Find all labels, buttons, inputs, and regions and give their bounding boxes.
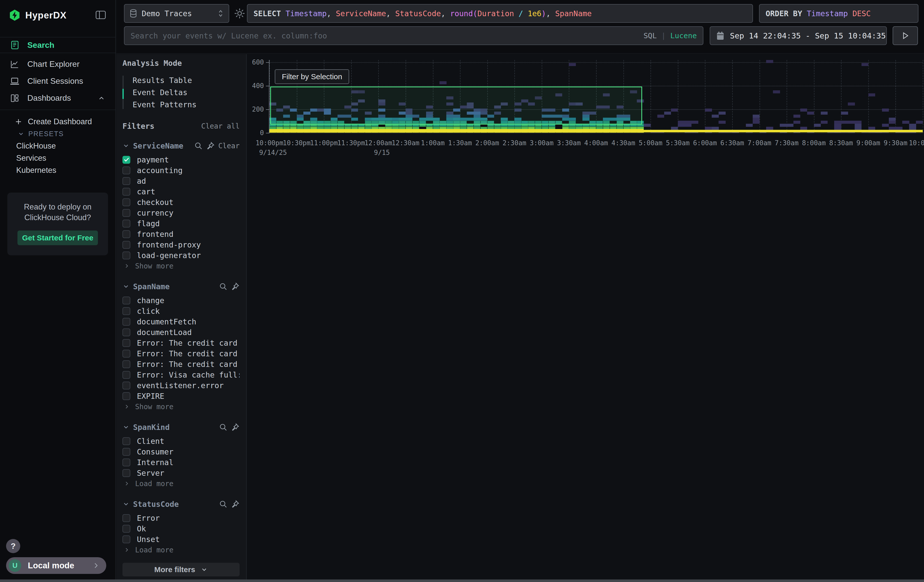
show-more-button[interactable]: Show more	[122, 260, 239, 271]
checkbox[interactable]	[122, 307, 130, 315]
pin-icon[interactable]	[231, 282, 239, 291]
checkbox[interactable]	[122, 297, 130, 304]
filter-option-ok[interactable]: Ok	[122, 523, 239, 534]
filter-option-currency[interactable]: currency	[122, 208, 239, 218]
checkbox[interactable]	[122, 339, 130, 347]
checkbox[interactable]	[122, 350, 130, 358]
search-icon[interactable]	[219, 282, 228, 291]
filter-option-change[interactable]: change	[122, 295, 239, 306]
checkbox[interactable]	[122, 360, 130, 368]
checkbox[interactable]	[122, 241, 130, 249]
user-menu[interactable]: U Local mode	[6, 557, 106, 574]
filter-option-eventlistener-error[interactable]: eventListener.error	[122, 380, 239, 391]
filter-option-consumer[interactable]: Consumer	[122, 446, 239, 457]
checkbox[interactable]	[122, 318, 130, 326]
checkbox[interactable]	[122, 167, 130, 174]
chevron-down-icon[interactable]	[122, 142, 130, 149]
checkbox[interactable]	[122, 382, 130, 389]
filter-option-client[interactable]: Client	[122, 436, 239, 446]
sidebar-item-client-sessions[interactable]: Client Sessions	[0, 73, 116, 89]
source-select[interactable]: Demo Traces	[124, 4, 229, 23]
filter-option-cart[interactable]: cart	[122, 186, 239, 197]
checkbox[interactable]	[122, 458, 130, 467]
collapse-sidebar-icon[interactable]	[96, 11, 106, 19]
checkbox[interactable]	[122, 328, 130, 336]
gear-icon[interactable]	[234, 8, 245, 19]
search-icon[interactable]	[219, 500, 228, 508]
help-button[interactable]: ?	[6, 539, 20, 553]
filter-option-flagd[interactable]: flagd	[122, 218, 239, 229]
filter-option-error[interactable]: Error	[122, 513, 239, 523]
filter-option-documentfetch[interactable]: documentFetch	[122, 316, 239, 327]
checkbox[interactable]	[122, 437, 130, 445]
search-icon[interactable]	[194, 142, 203, 150]
preset-item-clickhouse[interactable]: ClickHouse	[0, 140, 116, 152]
checkbox[interactable]	[122, 220, 130, 228]
checkbox[interactable]	[122, 198, 130, 206]
filter-by-selection-button[interactable]: Filter by Selection	[275, 69, 349, 84]
pin-icon[interactable]	[231, 500, 239, 508]
checkbox[interactable]	[122, 252, 130, 259]
checkbox[interactable]	[122, 514, 130, 522]
filter-option-load-generator[interactable]: load-generator	[122, 250, 239, 260]
filter-option-server[interactable]: Server	[122, 468, 239, 478]
checkbox[interactable]	[122, 230, 130, 238]
more-filters-button[interactable]: More filters	[122, 563, 239, 576]
search-icon[interactable]	[219, 423, 228, 432]
chevron-down-icon[interactable]	[122, 283, 130, 290]
analysis-option-event-patterns[interactable]: Event Patterns	[127, 99, 239, 110]
checkbox[interactable]	[122, 469, 130, 477]
search-input[interactable]	[130, 31, 639, 40]
filter-option-expire[interactable]: EXPIRE	[122, 391, 239, 401]
filter-option-error-the-credit-card[interactable]: Error: The credit card (…	[122, 338, 239, 348]
show-more-button[interactable]: Show more	[122, 401, 239, 412]
sidebar-item-search[interactable]: Search	[0, 38, 116, 53]
filter-option-internal[interactable]: Internal	[122, 457, 239, 468]
sql-select-input[interactable]: SELECT Timestamp, ServiceName, StatusCod…	[247, 4, 753, 23]
show-more-button[interactable]: Load more	[122, 478, 239, 489]
filter-option-error-the-credit-card[interactable]: Error: The credit card (…	[122, 348, 239, 359]
checkbox[interactable]	[122, 188, 130, 196]
chevron-down-icon[interactable]	[122, 501, 130, 508]
heatmap-plot[interactable]	[269, 60, 923, 133]
filter-option-checkout[interactable]: checkout	[122, 197, 239, 208]
sql-orderby-input[interactable]: ORDER BY Timestamp DESC	[759, 4, 918, 23]
get-started-button[interactable]: Get Started for Free	[17, 231, 98, 245]
preset-item-kubernetes[interactable]: Kubernetes	[0, 164, 116, 176]
filter-option-frontend-proxy[interactable]: frontend-proxy	[122, 239, 239, 250]
pin-icon[interactable]	[206, 142, 215, 150]
checkbox[interactable]	[122, 392, 130, 400]
filter-option-payment[interactable]: payment	[122, 154, 239, 165]
horizontal-scrollbar[interactable]	[0, 579, 924, 582]
chart-selection[interactable]	[270, 87, 642, 125]
filter-option-click[interactable]: click	[122, 306, 239, 316]
filter-option-error-visa-cache-full[interactable]: Error: Visa cache full: …	[122, 369, 239, 380]
lucene-mode-button[interactable]: Lucene	[670, 31, 697, 40]
sql-mode-button[interactable]: SQL	[644, 31, 657, 40]
checkbox[interactable]	[122, 371, 130, 379]
checkbox[interactable]	[122, 448, 130, 456]
filter-option-accounting[interactable]: accounting	[122, 165, 239, 176]
analysis-option-results-table[interactable]: Results Table	[127, 74, 239, 86]
presets-toggle[interactable]: PRESETS	[0, 128, 116, 140]
checkbox[interactable]	[122, 209, 130, 217]
pin-icon[interactable]	[231, 423, 239, 432]
clear-group-button[interactable]: Clear	[218, 142, 239, 150]
checkbox-checked[interactable]	[122, 156, 130, 164]
run-query-button[interactable]	[893, 26, 918, 45]
analysis-option-event-deltas[interactable]: Event Deltas	[127, 86, 239, 99]
filter-option-unset[interactable]: Unset	[122, 534, 239, 544]
show-more-button[interactable]: Load more	[122, 544, 239, 555]
date-range-picker[interactable]: Sep 14 22:04:35 - Sep 15 10:04:35	[710, 26, 887, 45]
filter-option-ad[interactable]: ad	[122, 176, 239, 186]
filter-option-documentload[interactable]: documentLoad	[122, 327, 239, 338]
preset-item-services[interactable]: Services	[0, 152, 116, 164]
checkbox[interactable]	[122, 536, 130, 543]
clear-all-button[interactable]: Clear all	[201, 122, 239, 130]
filter-option-frontend[interactable]: frontend	[122, 229, 239, 239]
create-dashboard-button[interactable]: Create Dashboard	[0, 115, 116, 128]
sidebar-item-chart-explorer[interactable]: Chart Explorer	[0, 56, 116, 73]
checkbox[interactable]	[122, 525, 130, 533]
filter-option-error-the-credit-card[interactable]: Error: The credit card (…	[122, 359, 239, 369]
chevron-down-icon[interactable]	[122, 424, 130, 431]
